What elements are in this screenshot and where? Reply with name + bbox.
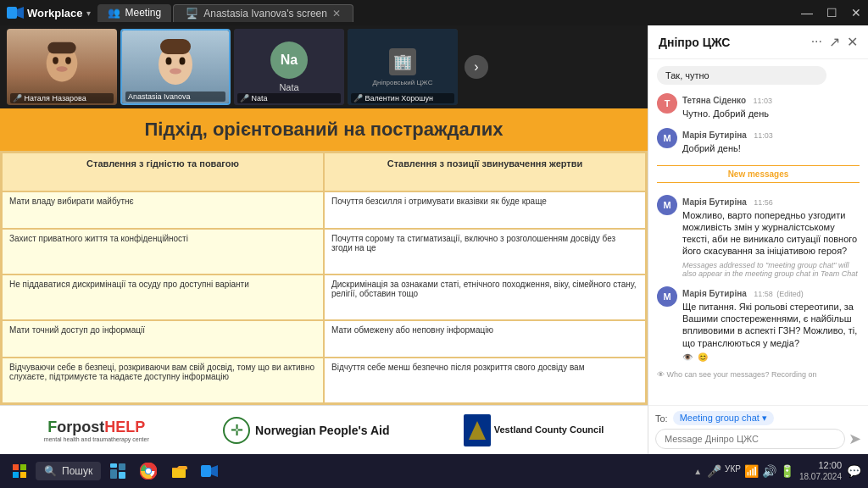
chat-reactions: 👁️ 😊 [657,352,860,362]
npa-sponsor: ✛ Norwegian People's Aid [223,417,389,444]
chat-more-icon[interactable]: ··· [811,34,822,50]
windows-logo-svg [13,464,26,478]
tray-icons: 🎤 УКР 📶 🔊 🔋 [707,464,794,478]
taskbar-icon-explorer[interactable] [165,458,192,485]
chat-input-row: ➤ [655,429,861,449]
mic-tray-icon[interactable]: 🎤 [707,464,721,478]
presentation: Підхід, орієнтований на постраждалих Ста… [0,108,648,454]
npa-name: Norwegian People's Aid [255,424,389,437]
title-bar-left: Workplace ▾ 👥 Meeting 🖥️ Anastasia Ivano… [7,4,353,22]
tab-meeting[interactable]: 👥 Meeting [97,4,172,22]
row5-col1: Відчуваючи себе в безпеці, розкриваючи в… [2,358,324,403]
taskbar-search[interactable]: 🔍 Пошук [36,462,101,480]
row3-col1: Не піддаватися дискримінації та осуду пр… [2,274,324,320]
chat-new-message-row-1: M Марія Бутиріна 11:56 Можливо, варто по… [657,193,860,258]
chat-sender-2: Марія Бутиріна [682,130,747,140]
next-participants-button[interactable]: › [465,55,488,79]
widgets-icon [109,463,126,480]
language-tray[interactable]: УКР [725,464,741,478]
svg-marker-1 [17,7,24,19]
chat-input[interactable] [655,429,845,449]
mic-icon-3: 🎤 [240,94,249,103]
chat-send-button[interactable]: ➤ [849,430,861,448]
vestland-emblem [464,414,491,446]
participant-thumb-1[interactable]: 🎤 Наталя Назарова [7,29,117,105]
chat-new-message-content-1: Марія Бутиріна 11:56 Можливо, варто попе… [682,193,860,258]
row3-col2: Дискримінація за ознаками статі, етнічно… [324,274,646,320]
participant-name-4: 🎤 Валентин Хорошун [351,93,454,103]
taskbar: 🔍 Пошук [0,454,868,488]
reaction-eye[interactable]: 👁️ [682,352,693,362]
mic-icon-1: 🎤 [13,94,22,103]
app-title: Workplace [27,7,83,19]
screen-share-area: Підхід, орієнтований на постраждалих Ста… [0,108,648,454]
svg-rect-6 [47,42,75,53]
dropdown-chevron[interactable]: ▾ [86,8,91,18]
clock-time: 12:00 [799,460,842,471]
tab-screen-share[interactable]: 🖥️ Anastasia Ivanova's screen ✕ [173,4,353,22]
svg-rect-15 [20,464,26,470]
chat-title: Дніпро ЦЖС [659,36,730,49]
notification-icon[interactable]: 💬 [847,464,861,478]
chat-close-icon[interactable]: ✕ [847,34,858,50]
chat-footer: To: Meeting group chat ▾ ➤ [648,405,868,454]
reaction-smile[interactable]: 😊 [698,352,708,362]
taskbar-icon-chrome[interactable] [135,458,162,485]
minimize-button[interactable]: — [801,6,813,19]
dnipro-label: Дніпровський ЦЖС [373,79,433,86]
taskbar-pinned-icons [104,458,223,485]
chat-avatar-mariia-1: M [657,128,677,148]
taskbar-icon-zoom[interactable] [196,458,223,485]
row1-col1: Мати владу вибирати майбутнє [2,191,324,228]
search-label: Пошук [62,465,92,477]
screen-close-icon[interactable]: ✕ [332,8,341,19]
chat-sender-1: Тетяна Сіденко [682,96,746,105]
chat-avatar-tatiana: T [657,93,677,114]
participant-thumb-4[interactable]: 🏢 Дніпровський ЦЖС 🎤 Валентин Хорошун [348,29,458,105]
close-button[interactable]: ✕ [851,6,861,19]
chat-note-1: Messages addressed to "meeting group cha… [657,261,860,278]
svg-point-4 [65,57,71,64]
chat-external-icon[interactable]: ↗ [829,34,840,50]
volume-icon[interactable]: 🔊 [762,464,776,478]
chat-new-message-row-2: M Марія Бутиріна 11:58 (Edited) Ще питан… [657,285,860,349]
maximize-button[interactable]: ☐ [826,6,837,19]
to-select[interactable]: Meeting group chat ▾ [673,411,774,425]
svg-rect-19 [119,463,125,470]
zoom-logo: Workplace ▾ [7,7,91,19]
clock: 12:00 18.07.2024 [799,460,842,481]
chat-message-content-1: Тетяна Сіденко 11:03 Чутно. Добрий день [682,92,860,119]
battery-icon[interactable]: 🔋 [780,464,794,478]
row1-col2: Почуття безсилля і отримувати вказівки я… [324,191,646,228]
row4-col1: Мати точний доступ до інформації [2,320,324,357]
row4-col2: Мати обмежену або неповну інформацію [324,320,646,357]
svg-rect-27 [201,465,211,477]
wifi-icon[interactable]: 📶 [744,464,759,478]
npa-emblem: ✛ [223,417,250,444]
windows-start-button[interactable] [7,458,32,484]
row2-col1: Захист приватного життя та конфіденційно… [2,229,324,274]
svg-point-8 [166,58,172,65]
taskbar-icon-widgets[interactable] [104,458,131,485]
title-bar-right: — ☐ ✕ [801,6,861,19]
chat-time-1: 11:03 [754,97,773,105]
chat-time-2: 11:03 [754,131,773,140]
participant-thumb-2[interactable]: Anastasia Ivanova [120,29,231,105]
svg-point-3 [53,57,58,64]
nata-label: Nata [279,82,298,92]
chat-text-1: Чутно. Добрий день [682,108,860,119]
forpost-sponsor: ForpostHELP mental health and traumather… [44,409,149,452]
new-messages-divider: New messages [657,165,860,183]
taskbar-right: ▲ 🎤 УКР 📶 🔊 🔋 12:00 18.07.2024 💬 [693,460,861,481]
chat-text-2: Добрий день! [682,142,860,154]
presentation-table: Ставлення з гідністю та повагою Ставленн… [0,151,648,405]
forpost-logo: ForpostHELP [47,419,145,436]
row5-col2: Відчуття себе менш безпечно після розкри… [324,358,646,403]
clock-date: 18.07.2024 [799,472,842,482]
participant-thumb-3[interactable]: Na Nata 🎤 Nata [234,29,344,105]
tray-expand-icon[interactable]: ▲ [693,467,702,476]
simple-message: Так, чутно [657,66,826,85]
chat-new-time-1: 11:56 [754,198,773,207]
avatar-circle-1 [41,46,83,88]
chat-new-message-1: M Марія Бутиріна 11:56 Можливо, варто по… [657,193,860,278]
